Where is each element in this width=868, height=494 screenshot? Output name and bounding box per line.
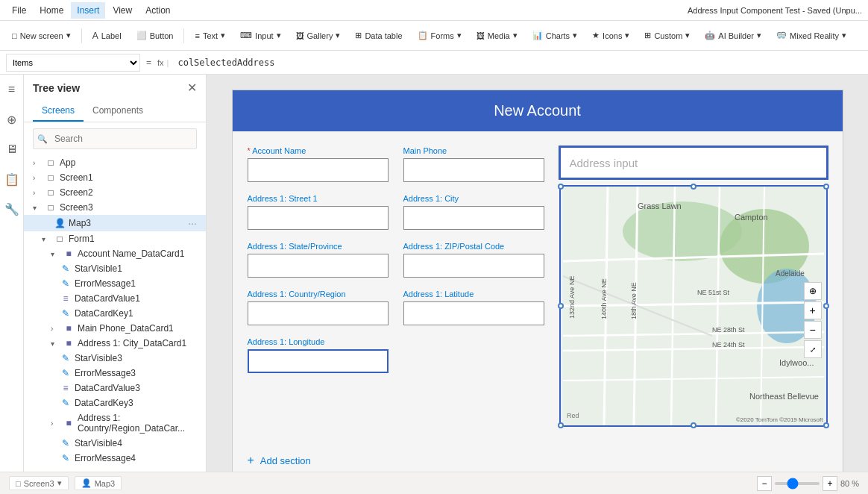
state-input[interactable]: [248, 254, 389, 278]
tree-item-main-phone-datacard1[interactable]: › ■ Main Phone_DataCard1: [24, 321, 206, 336]
handle-top-left[interactable]: [558, 184, 564, 190]
tree-item-screen3[interactable]: ▾ □ Screen3: [24, 200, 206, 215]
longitude-label: Address 1: Longitude: [248, 337, 389, 346]
form-fields: * Account Name Main Phone: [248, 146, 559, 427]
handle-middle-right[interactable]: [823, 303, 829, 309]
zip-input[interactable]: [403, 254, 544, 278]
custom-button[interactable]: ⊞ Custom ▾: [638, 28, 696, 43]
mixed-reality-button[interactable]: 🥽 Mixed Reality ▾: [770, 28, 852, 43]
street1-input[interactable]: [248, 206, 389, 230]
canvas-area: New Account * Account Name: [207, 75, 868, 472]
app-icon: □: [45, 157, 57, 168]
handle-top-right[interactable]: [823, 184, 829, 190]
ai-builder-button[interactable]: 🤖 AI Builder ▾: [699, 28, 767, 43]
zoom-slider[interactable]: [775, 482, 820, 485]
zoom-out-button[interactable]: −: [757, 476, 772, 491]
menu-insert[interactable]: Insert: [71, 2, 105, 19]
screen1-label: Screen1: [60, 172, 197, 183]
menu-view[interactable]: View: [107, 2, 138, 19]
city-input[interactable]: [403, 206, 544, 230]
tree-item-errormessage1[interactable]: ✎ ErrorMessage1: [24, 276, 206, 291]
canvas-wrapper[interactable]: New Account * Account Name: [207, 75, 868, 472]
handle-bottom-right[interactable]: [823, 422, 829, 428]
map-zoom-in-button[interactable]: +: [804, 301, 822, 319]
menu-file[interactable]: File: [6, 2, 32, 19]
form1-chevron: ▾: [42, 235, 51, 243]
status-bar: □ Screen3 ▾ 👤 Map3 − + 80 %: [0, 472, 868, 494]
media-button[interactable]: 🖼 Media ▾: [471, 28, 523, 43]
svg-text:NE 28th St: NE 28th St: [712, 326, 745, 334]
map3-tab[interactable]: 👤 Map3: [75, 476, 122, 490]
address-input-box[interactable]: Address input: [559, 146, 828, 179]
button-button[interactable]: ⬜ Button: [130, 28, 180, 43]
tab-screens[interactable]: Screens: [33, 101, 84, 122]
tab-components[interactable]: Components: [84, 101, 152, 122]
screen3-icon: □: [45, 202, 57, 213]
gallery-button[interactable]: 🖼 Gallery ▾: [290, 28, 347, 43]
svg-text:Idylwoo...: Idylwoo...: [779, 358, 814, 367]
tree-item-address1-city-datacard1[interactable]: ▾ ■ Address 1: City_DataCard1: [24, 336, 206, 351]
search-input[interactable]: [33, 128, 197, 149]
add-icon[interactable]: ⊕: [3, 110, 21, 128]
tree-item-errormessage3[interactable]: ✎ ErrorMessage3: [24, 366, 206, 381]
forms-icon: 📋: [418, 31, 428, 40]
tree-item-screen2[interactable]: › □ Screen2: [24, 185, 206, 200]
map-compass-button[interactable]: ⊕: [804, 282, 822, 300]
latitude-input[interactable]: [403, 301, 544, 325]
state-label: Address 1: State/Province: [248, 242, 389, 251]
tree-item-app[interactable]: › □ App: [24, 155, 206, 170]
menu-action[interactable]: Action: [139, 2, 176, 19]
tree-item-screen1[interactable]: › □ Screen1: [24, 170, 206, 185]
icons-button[interactable]: ★ Icons ▾: [586, 28, 635, 43]
data-table-icon: ⊞: [355, 31, 362, 40]
left-icon-bar: ≡ ⊕ 🖥 📋 🔧: [0, 75, 24, 472]
label-button[interactable]: A Label: [87, 28, 128, 44]
tree-item-starvisible4[interactable]: ✎ StarVisible4: [24, 436, 206, 451]
tree-item-starvisible1[interactable]: ✎ StarVisible1: [24, 261, 206, 276]
component-icon[interactable]: 🔧: [3, 200, 21, 218]
app-title: Address Input Component Test - Saved (Un…: [688, 6, 862, 15]
handle-middle-left[interactable]: [558, 303, 564, 309]
longitude-input[interactable]: [248, 349, 389, 373]
formula-input[interactable]: [174, 54, 862, 72]
tree-item-datacardvalue3[interactable]: ≡ DataCardValue3: [24, 381, 206, 395]
country-input[interactable]: [248, 301, 389, 325]
handle-bottom-left[interactable]: [558, 422, 564, 428]
sidebar-close-button[interactable]: ✕: [187, 81, 197, 95]
map-zoom-out-button[interactable]: −: [804, 321, 822, 339]
screen3-tab[interactable]: □ Screen3 ▾: [9, 476, 69, 490]
tree-item-datacardkey1[interactable]: ✎ DataCardKey1: [24, 306, 206, 321]
hamburger-icon[interactable]: ≡: [3, 81, 21, 99]
tree-item-errormessage4[interactable]: ✎ ErrorMessage4: [24, 451, 206, 466]
zoom-in-button[interactable]: +: [823, 476, 837, 491]
tree-item-address1-country-datacard[interactable]: › ■ Address 1: Country/Region_DataCar...: [24, 410, 206, 436]
datacardkey1-icon: ✎: [60, 308, 72, 319]
formula-select[interactable]: Items: [6, 54, 140, 72]
add-section-button[interactable]: + Add section: [233, 442, 843, 472]
data-icon[interactable]: 📋: [3, 170, 21, 188]
menu-home[interactable]: Home: [34, 2, 69, 19]
map3-menu[interactable]: ···: [188, 217, 197, 229]
screen-icon[interactable]: 🖥: [3, 140, 21, 158]
main-phone-input[interactable]: [403, 158, 544, 182]
screen3-tab-icon: □: [16, 479, 21, 488]
tree-item-datacardkey3[interactable]: ✎ DataCardKey3: [24, 395, 206, 410]
tree-item-map3[interactable]: 👤 Map3 ···: [24, 215, 206, 231]
map-fullscreen-button[interactable]: ⤢: [804, 340, 822, 358]
tree-item-form1[interactable]: ▾ □ Form1: [24, 231, 206, 246]
forms-button[interactable]: 📋 Forms ▾: [412, 28, 468, 43]
tree-item-starvisible3[interactable]: ✎ StarVisible3: [24, 351, 206, 366]
input-button[interactable]: ⌨ Input ▾: [234, 28, 286, 43]
handle-bottom-middle[interactable]: [691, 422, 696, 428]
tree-item-account-name-datacard1[interactable]: ▾ ■ Account Name_DataCard1: [24, 246, 206, 261]
address1-country-dc-label: Address 1: Country/Region_DataCar...: [78, 413, 197, 434]
new-screen-button[interactable]: □ New screen ▾: [6, 28, 77, 43]
handle-top-middle[interactable]: [691, 184, 696, 190]
account-name-input[interactable]: [248, 158, 389, 182]
tree-item-datacardvalue1[interactable]: ≡ DataCardValue1: [24, 291, 206, 306]
sidebar-title: Tree view: [33, 82, 80, 94]
charts-button[interactable]: 📊 Charts ▾: [526, 28, 583, 43]
text-button[interactable]: ≡ Text ▾: [189, 28, 231, 43]
data-table-button[interactable]: ⊞ Data table: [349, 28, 408, 43]
map3-tab-label: Map3: [95, 479, 116, 488]
